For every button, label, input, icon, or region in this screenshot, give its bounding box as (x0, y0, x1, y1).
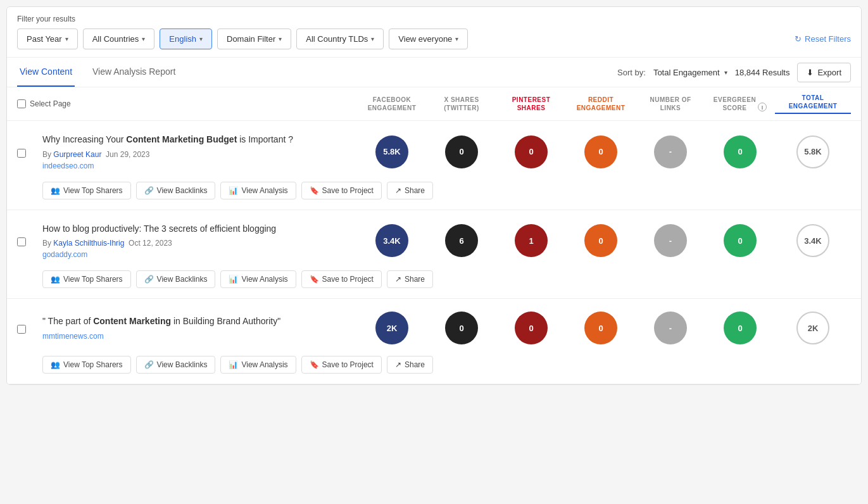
share-button[interactable]: ↗ Share (387, 356, 433, 374)
tab-view-analysis[interactable]: View Analysis Report (90, 58, 178, 87)
action-label: View Analysis (241, 275, 287, 284)
save-to-project-button[interactable]: 🔖 Save to Project (301, 270, 382, 288)
total-circle-1: 5.8K (796, 135, 829, 168)
facebook-metric-2: 3.4K (357, 224, 427, 257)
sort-by: Sort by: Total Engagement ▾ (617, 68, 727, 77)
download-icon: ⬇ (807, 68, 814, 77)
countries-filter[interactable]: All Countries ▾ (83, 28, 155, 49)
bookmark-icon: 🔖 (310, 275, 319, 284)
col-xshares: X SHARES(TWITTER) (427, 96, 496, 112)
total-circle-2: 3.4K (796, 224, 829, 257)
people-icon: 👥 (51, 360, 60, 369)
article-domain-3: mmtimenews.com (42, 332, 347, 341)
links-circle-1: - (654, 135, 687, 168)
article-title-1: Why Increasing Your Content Marketing Bu… (42, 134, 347, 146)
view-backlinks-button[interactable]: 🔗 View Backlinks (136, 182, 216, 199)
action-label: View Backlinks (157, 186, 208, 195)
select-page-container: Select Page (17, 99, 357, 108)
view-top-sharers-button[interactable]: 👥 View Top Sharers (42, 356, 131, 374)
refresh-icon: ↻ (795, 34, 802, 44)
share-icon: ↗ (395, 275, 401, 284)
article-meta-2: By Kayla Schilthuis-Ihrig Oct 12, 2023 (42, 239, 347, 248)
chevron-down-icon: ▾ (199, 35, 203, 42)
export-button[interactable]: ⬇ Export (797, 63, 851, 82)
action-label: Share (405, 186, 425, 195)
pinterest-metric-3: 0 (496, 312, 566, 344)
save-to-project-button[interactable]: 🔖 Save to Project (301, 182, 382, 199)
reddit-circle-1: 0 (584, 135, 617, 168)
domain-filter[interactable]: Domain Filter ▾ (217, 28, 291, 49)
article-domain-2: godaddy.com (42, 250, 347, 259)
xshares-circle-3: 0 (445, 312, 478, 344)
chart-icon: 📊 (229, 186, 238, 195)
col-reddit: REDDITENGAGEMENT (566, 96, 636, 112)
pinterest-metric-2: 1 (496, 224, 566, 257)
view-top-sharers-button[interactable]: 👥 View Top Sharers (42, 270, 131, 288)
sort-value[interactable]: Total Engagement (653, 68, 720, 77)
tlds-filter-label: All Country TLDs (306, 34, 368, 44)
view-analysis-button[interactable]: 📊 View Analysis (220, 270, 296, 288)
reset-filters-button[interactable]: ↻ Reset Filters (795, 34, 851, 44)
tlds-filter[interactable]: All Country TLDs ▾ (296, 28, 384, 49)
share-icon: ↗ (395, 186, 401, 195)
view-backlinks-button[interactable]: 🔗 View Backlinks (136, 356, 216, 374)
table-row: " The part of Content Marketing in Build… (7, 299, 861, 384)
view-top-sharers-button[interactable]: 👥 View Top Sharers (42, 182, 131, 199)
article-info-2: How to blog productively: The 3 secrets … (42, 223, 357, 260)
language-filter[interactable]: English ▾ (160, 28, 212, 49)
chevron-down-icon: ▾ (724, 69, 727, 76)
share-button[interactable]: ↗ Share (387, 270, 433, 288)
save-to-project-button[interactable]: 🔖 Save to Project (301, 356, 382, 374)
select-all-checkbox[interactable] (17, 99, 26, 108)
author-link-1[interactable]: Gurpreet Kaur (53, 150, 101, 159)
link-icon: 🔗 (144, 186, 154, 195)
results-count: 18,844 Results (735, 68, 790, 77)
evergreen-circle-3: 0 (724, 312, 757, 344)
author-link-2[interactable]: Kayla Schilthuis-Ihrig (53, 239, 124, 248)
row-select-checkbox[interactable] (17, 325, 26, 334)
action-label: Save to Project (322, 360, 374, 369)
time-filter[interactable]: Past Year ▾ (17, 28, 78, 49)
pinterest-circle-1: 0 (515, 135, 548, 168)
share-icon: ↗ (395, 360, 401, 369)
facebook-metric-1: 5.8K (357, 135, 427, 168)
article-info-3: " The part of Content Marketing in Build… (42, 315, 357, 341)
chevron-down-icon: ▾ (279, 35, 282, 42)
filter-bar: Filter your results Past Year ▾ All Coun… (7, 7, 861, 58)
table-row: How to blog productively: The 3 secrets … (7, 210, 861, 299)
table-header: Select Page FACEBOOKENGAGEMENT X SHARES(… (7, 87, 861, 121)
export-label: Export (817, 68, 841, 77)
action-label: View Top Sharers (63, 186, 123, 195)
view-analysis-button[interactable]: 📊 View Analysis (220, 356, 296, 374)
xshares-metric-3: 0 (427, 312, 496, 344)
evergreen-circle-2: 0 (724, 224, 757, 257)
people-icon: 👥 (51, 275, 60, 284)
row-select-checkbox[interactable] (17, 149, 26, 158)
col-links: NUMBER OFLINKS (636, 96, 705, 112)
facebook-circle-1: 5.8K (375, 135, 408, 168)
link-icon: 🔗 (144, 360, 154, 369)
row-actions-1: 👥 View Top Sharers 🔗 View Backlinks 📊 Vi… (7, 177, 861, 210)
article-meta-1: By Gurpreet Kaur Jun 29, 2023 (42, 150, 347, 159)
bookmark-icon: 🔖 (310, 360, 319, 369)
view-filter[interactable]: View everyone ▾ (389, 28, 468, 49)
evergreen-metric-3: 0 (705, 312, 775, 344)
action-label: View Analysis (241, 186, 287, 195)
share-button[interactable]: ↗ Share (387, 182, 433, 199)
xshares-metric-1: 0 (427, 135, 496, 168)
tab-view-content[interactable]: View Content (17, 58, 75, 87)
view-analysis-button[interactable]: 📊 View Analysis (220, 182, 296, 199)
row-checkbox-3 (17, 322, 42, 334)
reddit-metric-3: 0 (566, 312, 636, 344)
total-metric-1: 5.8K (775, 135, 851, 168)
action-label: View Backlinks (157, 360, 208, 369)
row-main: How to blog productively: The 3 secrets … (7, 210, 861, 266)
filter-label: Filter your results (17, 15, 851, 23)
view-backlinks-button[interactable]: 🔗 View Backlinks (136, 270, 216, 288)
total-metric-2: 3.4K (775, 224, 851, 257)
people-icon: 👥 (51, 186, 60, 195)
reddit-metric-1: 0 (566, 135, 636, 168)
pinterest-circle-2: 1 (515, 224, 548, 257)
row-select-checkbox[interactable] (17, 237, 26, 246)
links-metric-3: - (636, 312, 705, 344)
